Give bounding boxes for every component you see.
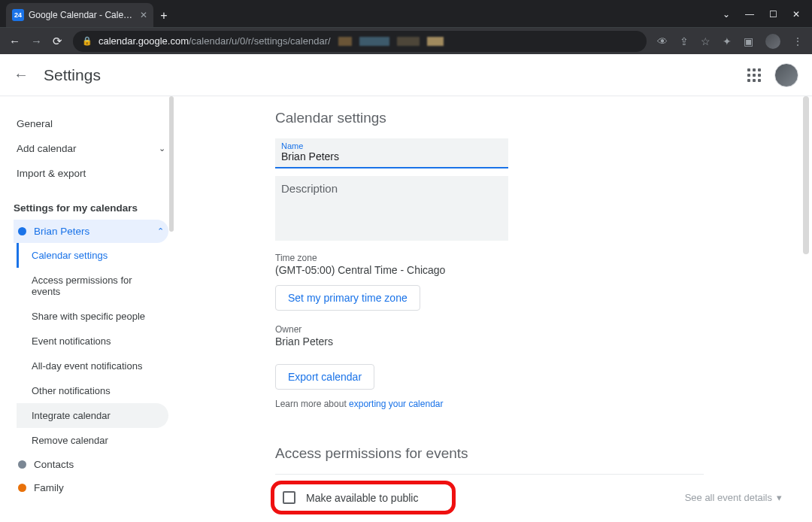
export-calendar-button[interactable]: Export calendar <box>275 364 374 390</box>
sub-item-remove-calendar[interactable]: Remove calendar <box>17 428 168 453</box>
sidebar-calendar-family[interactable]: Family <box>14 476 168 499</box>
window-minimize-icon[interactable]: — <box>745 9 754 20</box>
sidebar-item-import-export[interactable]: Import & export <box>14 161 168 186</box>
sidebar-section-label: Settings for my calendars <box>14 202 168 214</box>
exporting-calendar-link[interactable]: exporting your calendar <box>349 399 443 409</box>
url-blur-segment <box>427 37 444 46</box>
url-blur-segment <box>338 37 352 46</box>
sub-item-integrate-calendar[interactable]: Integrate calendar <box>17 403 168 428</box>
sub-item-share-specific[interactable]: Share with specific people <box>17 304 168 329</box>
calendar-color-dot <box>18 227 26 235</box>
nav-back-icon[interactable]: ← <box>9 35 20 47</box>
sidebar-item-add-calendar[interactable]: Add calendar ⌄ <box>14 136 168 161</box>
app-header: ← Settings <box>0 54 812 96</box>
sidebar-calendar-contacts[interactable]: Contacts <box>14 453 168 476</box>
gcal-favicon: 24 <box>12 9 24 21</box>
main-scrollbar[interactable] <box>803 96 809 522</box>
nav-forward-icon: → <box>31 35 42 47</box>
tab-title: Google Calendar - Calendar setti <box>29 10 135 20</box>
share-icon[interactable]: ⇪ <box>680 35 689 47</box>
url-domain: calendar.google.com <box>98 35 189 47</box>
section-title-access-permissions: Access permissions for events <box>275 445 789 462</box>
timezone-value: (GMT-05:00) Central Time - Chicago <box>275 264 789 276</box>
eye-icon[interactable]: 👁 <box>657 35 668 47</box>
chevron-up-icon: ⌃ <box>157 226 164 236</box>
calendar-color-dot <box>18 484 26 492</box>
hint-text: Learn more about <box>275 399 349 409</box>
calendar-subsections: Calendar settings Access permissions for… <box>17 243 168 453</box>
description-field[interactable]: Description <box>275 176 508 241</box>
section-title-calendar-settings: Calendar settings <box>275 110 789 126</box>
dropdown-caret-icon: ▾ <box>777 492 782 503</box>
name-value: Brian Peters <box>281 150 502 162</box>
sub-item-event-notifications[interactable]: Event notifications <box>17 329 168 354</box>
calendar-name: Family <box>34 482 64 493</box>
name-label: Name <box>281 141 502 150</box>
browser-tab-strip: 24 Google Calendar - Calendar setti ✕ + … <box>0 0 812 27</box>
access-permissions-row: Make available to public See all event d… <box>275 485 789 510</box>
description-label: Description <box>281 182 338 195</box>
event-details-dropdown: See all event details ▾ <box>677 486 789 509</box>
owner-value: Brian Peters <box>275 335 789 347</box>
page-title: Settings <box>44 66 101 84</box>
close-tab-icon[interactable]: ✕ <box>140 10 147 20</box>
window-maximize-icon[interactable]: ☐ <box>769 9 777 20</box>
name-field[interactable]: Name Brian Peters <box>275 138 508 168</box>
public-checkbox-label: Make available to public <box>306 492 418 504</box>
sub-item-access-permissions[interactable]: Access permissions for events <box>17 268 168 304</box>
browser-toolbar: ← → ⟳ 🔒 calendar.google.com/calendar/u/0… <box>0 27 812 54</box>
address-bar[interactable]: 🔒 calendar.google.com/calendar/u/0/r/set… <box>73 31 647 52</box>
back-arrow-icon[interactable]: ← <box>14 66 29 83</box>
lock-icon: 🔒 <box>82 36 92 46</box>
sidebar-item-general[interactable]: General <box>14 111 168 136</box>
google-apps-icon[interactable] <box>747 68 761 82</box>
url-path: /calendar/u/0/r/settings/calendar/ <box>189 35 331 47</box>
bookmark-icon[interactable]: ☆ <box>701 35 710 47</box>
url-blur-segment <box>397 37 420 46</box>
dropdown-label: See all event details <box>685 492 772 503</box>
settings-main: Calendar settings Name Brian Peters Desc… <box>177 96 812 522</box>
browser-tab[interactable]: 24 Google Calendar - Calendar setti ✕ <box>6 3 153 27</box>
highlighted-public-option: Make available to public <box>275 485 451 510</box>
profile-avatar-icon[interactable] <box>765 34 780 49</box>
url-blur-segment <box>359 37 389 46</box>
sub-item-allday-notifications[interactable]: All-day event notifications <box>17 354 168 378</box>
nav-reload-icon[interactable]: ⟳ <box>53 35 62 48</box>
add-calendar-label: Add calendar <box>17 143 77 154</box>
settings-sidebar: General Add calendar ⌄ Import & export S… <box>0 96 177 522</box>
public-checkbox[interactable] <box>283 491 295 504</box>
sidepanel-icon[interactable]: ▣ <box>744 35 753 47</box>
sub-item-other-notifications[interactable]: Other notifications <box>17 378 168 403</box>
browser-menu-icon[interactable]: ⋮ <box>792 35 803 47</box>
divider <box>275 474 704 475</box>
account-avatar[interactable] <box>774 63 798 87</box>
calendar-name: Brian Peters <box>34 226 89 237</box>
set-primary-timezone-button[interactable]: Set my primary time zone <box>275 285 420 311</box>
new-tab-button[interactable]: + <box>153 9 174 27</box>
export-hint: Learn more about exporting your calendar <box>275 399 789 409</box>
calendar-color-dot <box>18 460 26 469</box>
sidebar-calendar-brian-peters[interactable]: Brian Peters ⌃ <box>14 220 168 243</box>
sub-item-calendar-settings[interactable]: Calendar settings <box>17 243 168 268</box>
window-close-icon[interactable]: ✕ <box>792 9 800 20</box>
extensions-icon[interactable]: ✦ <box>723 35 732 47</box>
window-dropdown-icon[interactable]: ⌄ <box>723 9 730 20</box>
sidebar-scrollbar[interactable] <box>169 96 174 232</box>
calendar-name: Contacts <box>34 459 74 470</box>
timezone-label: Time zone <box>275 253 789 263</box>
owner-label: Owner <box>275 324 789 335</box>
chevron-down-icon: ⌄ <box>159 144 165 153</box>
